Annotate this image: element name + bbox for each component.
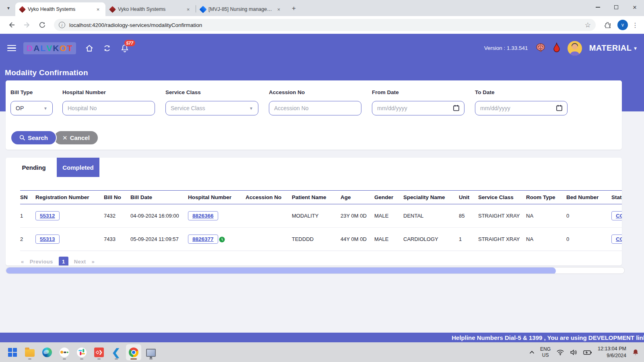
status-link[interactable]: COMPLETED xyxy=(611,234,622,244)
lang-line2: US xyxy=(542,352,549,358)
tab-pending[interactable]: Pending xyxy=(18,158,50,177)
cancel-button[interactable]: ✕ Cancel xyxy=(54,130,99,145)
browser-profile-avatar[interactable]: v xyxy=(617,20,628,30)
hospital-number-input[interactable] xyxy=(68,105,150,111)
address-bar[interactable]: i localhost:4200/radiology-services/moda… xyxy=(54,19,596,31)
hospital-number-field: Hospital Number xyxy=(62,89,155,115)
from-date-field: From Date xyxy=(372,89,464,115)
cell-bill_no: 7433 xyxy=(104,228,130,251)
maximize-button[interactable] xyxy=(607,0,625,14)
remote-desktop-icon[interactable] xyxy=(143,344,159,360)
calendar-icon[interactable] xyxy=(556,105,562,112)
accession-no-input[interactable] xyxy=(274,105,356,111)
wifi-icon[interactable] xyxy=(556,349,564,356)
tab-close-icon[interactable]: × xyxy=(185,6,192,13)
cell-status: COMPLETED xyxy=(611,204,622,228)
browser-toolbar: i localhost:4200/radiology-services/moda… xyxy=(0,16,644,34)
table-row: 155312743204-09-2024 16:09:008826366MODA… xyxy=(20,204,622,228)
bookmark-star-icon[interactable]: ☆ xyxy=(585,21,591,29)
vscode-icon[interactable]: ❮ xyxy=(109,344,124,360)
logo-letter: K xyxy=(53,43,59,53)
edge-icon[interactable] xyxy=(39,344,55,360)
tray-chevron-up-icon[interactable] xyxy=(529,350,535,355)
column-header-sn: SN xyxy=(20,191,35,204)
workspace-menu[interactable]: MATERIAL ▾ xyxy=(589,43,637,53)
forward-icon[interactable] xyxy=(21,19,33,31)
cell-age: 23Y 0M 0D xyxy=(341,204,374,228)
prev-arrow-icon[interactable]: « xyxy=(21,259,24,265)
refresh-icon[interactable] xyxy=(36,19,48,31)
calendar-icon[interactable] xyxy=(453,105,459,112)
url-text: localhost:4200/radiology-services/modali… xyxy=(69,22,202,28)
chrome-icon[interactable] xyxy=(126,344,141,360)
results-table-wrap: SNRegistration NumberBill NoBill DateHos… xyxy=(6,190,622,251)
clock[interactable]: 12:13:04 PM 9/6/2024 xyxy=(598,346,626,359)
password-key-icon[interactable] xyxy=(57,344,72,360)
bill-type-select[interactable]: OP ▼ xyxy=(10,101,53,115)
select-caret-icon: ▼ xyxy=(249,106,253,111)
tab-close-icon[interactable]: × xyxy=(95,6,101,13)
user-avatar[interactable] xyxy=(568,41,582,56)
hospital_number-link[interactable]: 8826377 xyxy=(188,234,218,244)
scrollbar-thumb[interactable] xyxy=(6,267,556,274)
service-class-select[interactable]: Service Class ▼ xyxy=(165,101,258,115)
next-arrow-icon[interactable]: » xyxy=(92,259,95,265)
home-icon[interactable] xyxy=(85,44,94,53)
cell-status: COMPLETED xyxy=(611,228,622,251)
hospital-number-label: Hospital Number xyxy=(62,89,155,95)
search-button[interactable]: Search xyxy=(10,130,57,145)
browser-menu-icon[interactable]: ⋮ xyxy=(630,21,640,29)
column-header-status: Status xyxy=(611,191,622,204)
vyko-gem-icon xyxy=(109,6,116,13)
new-tab-button[interactable]: + xyxy=(289,3,299,14)
cell-service_class: STRAIGHT XRAY xyxy=(478,204,526,228)
start-button[interactable] xyxy=(5,344,20,360)
tab-completed[interactable]: Completed xyxy=(57,158,99,177)
from-date-input[interactable] xyxy=(377,105,453,111)
cell-speciality_name: DENTAL xyxy=(403,204,459,228)
cancel-button-label: Cancel xyxy=(70,134,90,141)
extensions-icon[interactable] xyxy=(601,19,613,31)
minimize-button[interactable] xyxy=(588,0,607,14)
browser-tab-3[interactable]: [MVJ-85] Nursing management × xyxy=(196,2,286,16)
tab-title: [MVJ-85] Nursing management xyxy=(208,6,273,12)
file-explorer-icon[interactable] xyxy=(22,344,37,360)
helpline-text: Helpline Numbers Dial-5 & 1399 , You are… xyxy=(452,334,644,341)
notification-bell-icon[interactable] xyxy=(632,349,639,356)
back-icon[interactable] xyxy=(6,19,18,31)
next-button[interactable]: Next xyxy=(74,259,86,265)
column-header-patient_name: Patient Name xyxy=(292,191,341,204)
cell-bill_date: 04-09-2024 16:09:00 xyxy=(130,204,188,228)
brain-icon[interactable] xyxy=(535,43,546,54)
volume-icon[interactable] xyxy=(570,349,578,356)
menu-hamburger-icon[interactable] xyxy=(7,45,16,51)
hospital_number-link[interactable]: 8826366 xyxy=(188,211,218,220)
notifications-bell-icon[interactable]: 577 xyxy=(120,44,129,53)
remote-assist-icon[interactable]: ◇❯ xyxy=(91,344,107,360)
language-indicator[interactable]: ENG US xyxy=(540,346,551,358)
to-date-input[interactable] xyxy=(480,105,556,111)
site-info-icon[interactable]: i xyxy=(59,22,65,28)
tab-search-chevron-icon[interactable]: ▾ xyxy=(3,3,14,13)
cell-bill_no: 7432 xyxy=(104,204,130,228)
browser-tab-2[interactable]: Vyko Health Systems × xyxy=(105,2,196,16)
registration_number-link[interactable]: 55313 xyxy=(35,234,60,244)
blood-drop-icon[interactable] xyxy=(553,42,560,54)
dalvkot-logo[interactable]: DALVKOT xyxy=(23,42,76,54)
status-link[interactable]: COMPLETED xyxy=(611,211,622,220)
tab-close-icon[interactable]: × xyxy=(275,6,282,13)
cell-hospital_number: 8826366 xyxy=(188,204,246,228)
chevron-down-icon: ▾ xyxy=(634,45,637,51)
page-number-active[interactable]: 1 xyxy=(59,257,68,265)
horizontal-scrollbar[interactable] xyxy=(6,267,625,274)
column-header-service_class: Service Class xyxy=(478,191,526,204)
logo-letter: D xyxy=(27,43,33,53)
close-button[interactable]: ✕ xyxy=(625,0,644,14)
registration_number-link[interactable]: 55312 xyxy=(35,211,60,220)
logo-letter: L xyxy=(40,43,46,53)
slack-icon[interactable] xyxy=(74,344,89,360)
sync-icon[interactable] xyxy=(103,44,111,53)
prev-button[interactable]: Previous xyxy=(30,259,53,265)
browser-tab-1[interactable]: Vyko Health Systems × xyxy=(15,2,105,16)
battery-icon[interactable] xyxy=(583,350,592,355)
